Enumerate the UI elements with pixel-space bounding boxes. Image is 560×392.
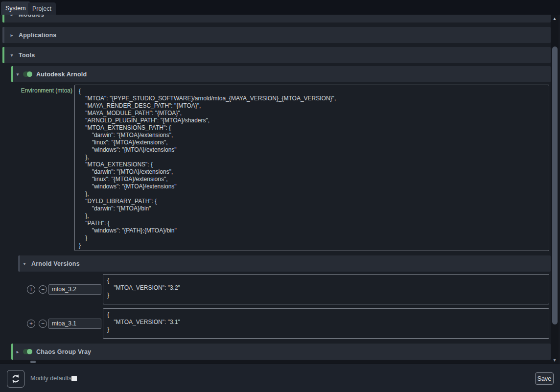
section-label-autodesk-arnold: Autodesk Arnold xyxy=(36,71,87,78)
section-header-autodesk-arnold[interactable]: ▾ Autodesk Arnold xyxy=(11,66,551,82)
vray-enabled-toggle[interactable] xyxy=(23,349,32,354)
remove-version-button[interactable]: − xyxy=(39,320,47,328)
modify-defaults-checkbox[interactable] xyxy=(71,376,77,381)
horizontal-scrollbar-thumb[interactable] xyxy=(30,361,36,363)
modify-defaults-label: Modify defaults xyxy=(30,364,71,392)
toggle-knob-icon xyxy=(27,71,32,77)
section-header-tools[interactable]: ▾ Tools xyxy=(2,47,551,63)
tab-project[interactable]: Project xyxy=(28,2,56,15)
section-label-modules: Modules xyxy=(19,15,44,18)
chevron-down-icon: ▾ xyxy=(15,72,21,77)
scrollbar-down-icon[interactable]: ▼ xyxy=(551,358,559,363)
vertical-scrollbar-thumb[interactable] xyxy=(552,46,558,324)
version-row: + − { "MTOA_VERSION": "3.2" } xyxy=(27,274,549,304)
tab-system[interactable]: System xyxy=(1,1,30,15)
environment-label: Environment (mtoa) xyxy=(11,85,72,94)
chevron-right-icon: ▸ xyxy=(9,33,15,38)
horizontal-scrollbar[interactable] xyxy=(0,360,551,364)
section-header-arnold-versions[interactable]: ▾ Arnold Versions xyxy=(18,255,551,272)
version-row: + − { "MTOA_VERSION": "3.1" } xyxy=(27,308,549,339)
section-header-chaos-group-vray[interactable]: ▸ Chaos Group Vray xyxy=(11,344,551,360)
chevron-down-icon: ▾ xyxy=(22,261,27,266)
settings-scroll-area: ▸ Modules ▸ Applications ▾ Tools ▾ Autod… xyxy=(0,15,551,360)
section-label-arnold-versions: Arnold Versions xyxy=(31,260,80,267)
refresh-icon xyxy=(11,374,21,384)
add-version-button[interactable]: + xyxy=(27,285,35,294)
section-label-chaos-group-vray: Chaos Group Vray xyxy=(36,348,91,355)
version-name-input[interactable] xyxy=(48,284,101,295)
section-header-modules[interactable]: ▸ Modules xyxy=(2,15,551,23)
chevron-right-icon: ▸ xyxy=(15,349,21,354)
section-header-applications[interactable]: ▸ Applications xyxy=(2,27,551,43)
section-label-tools: Tools xyxy=(19,52,35,59)
remove-version-button[interactable]: − xyxy=(39,285,47,294)
refresh-button[interactable] xyxy=(7,370,24,388)
footer-bar: Modify defaults Save xyxy=(0,364,560,392)
add-version-button[interactable]: + xyxy=(27,320,35,328)
version-name-input[interactable] xyxy=(48,319,101,329)
toggle-knob-icon xyxy=(27,349,32,354)
save-button[interactable]: Save xyxy=(535,372,554,385)
environment-row: Environment (mtoa) { "MTOA": "{PYPE_STUD… xyxy=(11,85,549,251)
settings-window: System Project ▸ Modules ▸ Applications … xyxy=(0,0,560,392)
environment-json-editor[interactable]: { "MTOA": "{PYPE_STUDIO_SOFTWARE}/arnold… xyxy=(74,85,549,251)
version-json-editor[interactable]: { "MTOA_VERSION": "3.2" } xyxy=(103,274,549,304)
section-label-applications: Applications xyxy=(19,32,56,39)
chevron-right-icon: ▸ xyxy=(9,15,15,17)
tab-bar: System Project xyxy=(0,0,560,15)
chevron-down-icon: ▾ xyxy=(9,53,15,58)
version-json-editor[interactable]: { "MTOA_VERSION": "3.1" } xyxy=(103,308,549,339)
arnold-enabled-toggle[interactable] xyxy=(23,71,32,77)
scrollbar-up-icon[interactable]: ▲ xyxy=(551,16,559,21)
vertical-scrollbar[interactable]: ▲ ▼ xyxy=(551,15,559,364)
